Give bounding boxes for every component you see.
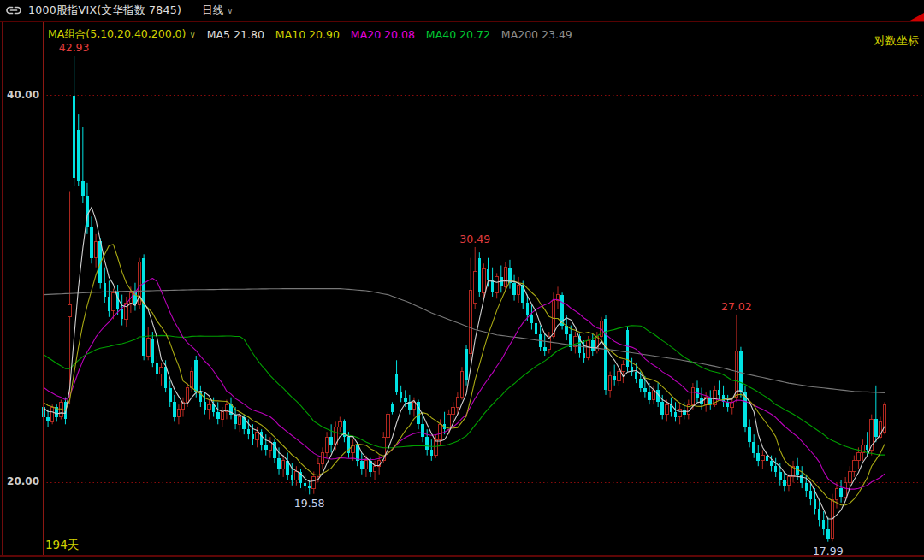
ma-legend-item: MA20 20.08	[351, 28, 415, 41]
title-bar: 1000股指VIX(文华指数 7845) 日线 ∨	[0, 0, 924, 21]
ma-legend-items: MA5 21.80MA10 20.90MA20 20.08MA40 20.72M…	[196, 28, 572, 41]
price-annotation: 30.49	[459, 233, 490, 245]
ma-legend-item: MA200 23.49	[501, 28, 572, 41]
chart-area[interactable]: MA组合(5,10,20,40,200,0) ∨ MA5 21.80MA10 2…	[0, 22, 924, 560]
ma-group-label: MA组合(5,10,20,40,200,0)	[48, 27, 186, 42]
period-selector[interactable]: 日线 ∨	[202, 3, 233, 18]
log-scale-label[interactable]: 对数坐标	[874, 33, 919, 49]
ma-legend-item: MA10 20.90	[275, 28, 340, 41]
y-axis-tick-20: 20.00	[0, 475, 39, 487]
bottom-frame-line	[0, 555, 924, 557]
ma-legend-item: MA40 20.72	[426, 28, 490, 41]
y-axis-tick-40: 40.00	[0, 89, 39, 101]
ma-legend-item: MA5 21.80	[207, 28, 264, 41]
wenhua-chart-window: 1000股指VIX(文华指数 7845) 日线 ∨ MA组合(5,10,20,4…	[0, 0, 924, 560]
price-annotation: 17.99	[813, 545, 844, 557]
price-axis-line	[43, 22, 44, 556]
price-annotation: 42.93	[59, 41, 90, 54]
candlestick-chart[interactable]	[0, 22, 924, 560]
link-icon[interactable]	[6, 6, 21, 15]
ma-group-dropdown[interactable]: MA组合(5,10,20,40,200,0) ∨	[48, 27, 196, 42]
bars-count-label: 194天	[45, 538, 79, 553]
period-label: 日线	[202, 3, 223, 18]
chevron-down-icon: ∨	[189, 30, 195, 39]
chevron-down-icon: ∨	[227, 6, 233, 15]
price-annotation: 27.02	[721, 300, 752, 313]
symbol-title: 1000股指VIX(文华指数 7845)	[28, 3, 181, 18]
ma-legend: MA组合(5,10,20,40,200,0) ∨ MA5 21.80MA10 2…	[48, 27, 572, 42]
price-annotation: 19.58	[294, 497, 325, 510]
